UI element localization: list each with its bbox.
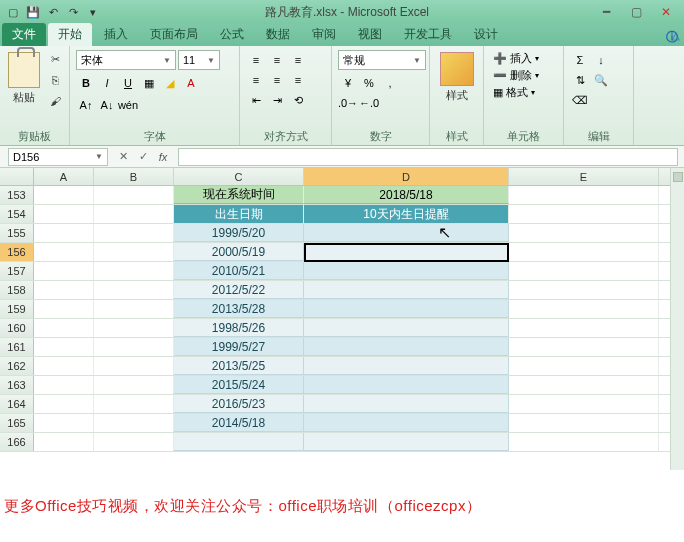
col-header-a[interactable]: A: [34, 168, 94, 185]
cell[interactable]: [304, 338, 509, 356]
row-header[interactable]: 156: [0, 243, 34, 261]
cell[interactable]: [94, 395, 174, 413]
cell[interactable]: 2010/5/21: [174, 262, 304, 280]
border-button[interactable]: ▦: [139, 73, 159, 93]
formula-input[interactable]: [178, 148, 678, 166]
cell[interactable]: [509, 243, 659, 261]
cell[interactable]: [34, 376, 94, 394]
tab-insert[interactable]: 插入: [94, 23, 138, 46]
copy-icon[interactable]: ⎘: [46, 71, 64, 89]
tab-dev[interactable]: 开发工具: [394, 23, 462, 46]
cell[interactable]: 10天内生日提醒: [304, 205, 509, 223]
cell[interactable]: [94, 224, 174, 242]
decrease-font-button[interactable]: A↓: [97, 95, 117, 115]
undo-icon[interactable]: ↶: [44, 3, 62, 21]
cancel-formula-icon[interactable]: ✕: [114, 148, 132, 166]
vertical-scrollbar[interactable]: [670, 168, 684, 470]
tab-review[interactable]: 审阅: [302, 23, 346, 46]
redo-icon[interactable]: ↷: [64, 3, 82, 21]
cell[interactable]: [34, 243, 94, 261]
scroll-thumb[interactable]: [673, 172, 683, 182]
cell[interactable]: 2018/5/18: [304, 186, 509, 204]
cell[interactable]: [34, 224, 94, 242]
cell[interactable]: [304, 357, 509, 375]
bold-button[interactable]: B: [76, 73, 96, 93]
cell[interactable]: [304, 376, 509, 394]
comma-button[interactable]: ,: [380, 73, 400, 93]
cell[interactable]: [304, 262, 509, 280]
row-header[interactable]: 161: [0, 338, 34, 356]
row-header[interactable]: 164: [0, 395, 34, 413]
cell[interactable]: [509, 433, 659, 451]
number-format-combo[interactable]: 常规▼: [338, 50, 426, 70]
cell[interactable]: [34, 319, 94, 337]
cell[interactable]: [509, 414, 659, 432]
cell[interactable]: 2013/5/28: [174, 300, 304, 318]
cell[interactable]: [509, 357, 659, 375]
maximize-button[interactable]: ▢: [622, 3, 650, 21]
row-header[interactable]: 166: [0, 433, 34, 451]
cell[interactable]: [34, 395, 94, 413]
cell[interactable]: [34, 414, 94, 432]
percent-button[interactable]: %: [359, 73, 379, 93]
cell[interactable]: 1999/5/27: [174, 338, 304, 356]
currency-button[interactable]: ¥: [338, 73, 358, 93]
decrease-indent-button[interactable]: ⇤: [246, 90, 266, 110]
row-header[interactable]: 162: [0, 357, 34, 375]
row-header[interactable]: 157: [0, 262, 34, 280]
cell[interactable]: 2000/5/19: [174, 243, 304, 261]
cell[interactable]: 现在系统时间: [174, 186, 304, 204]
font-color-button[interactable]: A: [181, 73, 201, 93]
align-top-button[interactable]: ≡: [246, 50, 266, 70]
align-left-button[interactable]: ≡: [246, 70, 266, 90]
close-button[interactable]: ✕: [652, 3, 680, 21]
align-middle-button[interactable]: ≡: [267, 50, 287, 70]
sort-filter-button[interactable]: ⇅: [570, 70, 590, 90]
cell[interactable]: [94, 319, 174, 337]
cell[interactable]: [94, 281, 174, 299]
increase-font-button[interactable]: A↑: [76, 95, 96, 115]
cell[interactable]: 出生日期: [174, 205, 304, 223]
cell[interactable]: [304, 224, 509, 242]
font-family-combo[interactable]: 宋体▼: [76, 50, 176, 70]
cell[interactable]: 2014/5/18: [174, 414, 304, 432]
underline-button[interactable]: U: [118, 73, 138, 93]
row-header[interactable]: 153: [0, 186, 34, 204]
cell[interactable]: [509, 338, 659, 356]
phonetic-button[interactable]: wén: [118, 95, 138, 115]
fill-button[interactable]: ↓: [591, 50, 611, 70]
cell[interactable]: [34, 357, 94, 375]
cell[interactable]: 2012/5/22: [174, 281, 304, 299]
col-header-e[interactable]: E: [509, 168, 659, 185]
cell[interactable]: [34, 186, 94, 204]
cell[interactable]: [94, 414, 174, 432]
cell[interactable]: [94, 357, 174, 375]
cell[interactable]: [94, 338, 174, 356]
select-all-corner[interactable]: [0, 168, 34, 185]
cell[interactable]: [34, 281, 94, 299]
cell[interactable]: [304, 243, 509, 261]
cell[interactable]: [94, 300, 174, 318]
cell[interactable]: [304, 433, 509, 451]
cell[interactable]: [174, 433, 304, 451]
row-header[interactable]: 159: [0, 300, 34, 318]
row-header[interactable]: 155: [0, 224, 34, 242]
cell[interactable]: [34, 338, 94, 356]
align-right-button[interactable]: ≡: [288, 70, 308, 90]
cell[interactable]: 1999/5/20: [174, 224, 304, 242]
clear-button[interactable]: ⌫: [570, 90, 590, 110]
row-header[interactable]: 154: [0, 205, 34, 223]
decrease-decimal-button[interactable]: ←.0: [359, 93, 379, 113]
row-header[interactable]: 163: [0, 376, 34, 394]
cell[interactable]: [304, 319, 509, 337]
orientation-button[interactable]: ⟲: [288, 90, 308, 110]
cut-icon[interactable]: ✂: [46, 50, 64, 68]
fx-icon[interactable]: fx: [154, 148, 172, 166]
tab-view[interactable]: 视图: [348, 23, 392, 46]
tab-design[interactable]: 设计: [464, 23, 508, 46]
minimize-button[interactable]: ━: [592, 3, 620, 21]
cell[interactable]: [509, 186, 659, 204]
cell[interactable]: [34, 433, 94, 451]
cell[interactable]: [94, 186, 174, 204]
cell[interactable]: [509, 262, 659, 280]
